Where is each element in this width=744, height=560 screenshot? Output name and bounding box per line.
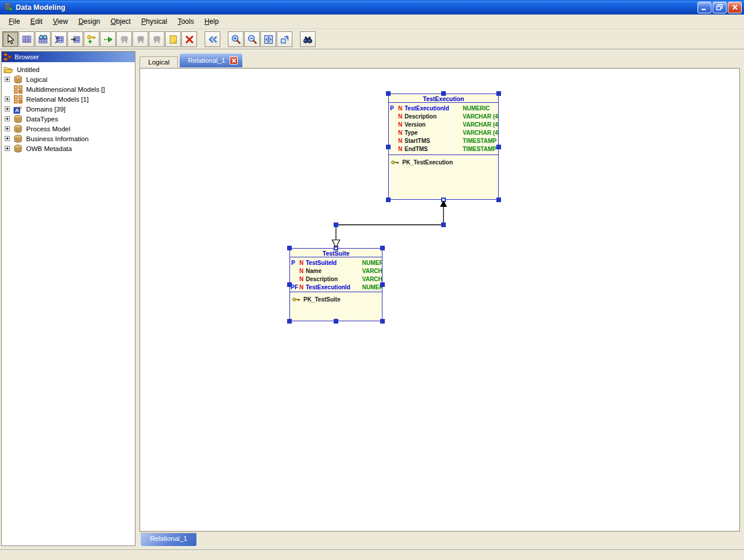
generate-table-button[interactable]: [51, 31, 67, 47]
menu-file[interactable]: File: [3, 16, 25, 27]
zoom-in-button[interactable]: [228, 31, 244, 47]
entity-column[interactable]: PF N TestExecutionId NUMER: [290, 283, 382, 292]
menu-view[interactable]: View: [48, 16, 73, 27]
selection-handle[interactable]: [386, 91, 391, 96]
selection-handle[interactable]: [287, 246, 292, 250]
entity-column[interactable]: P N TestExecutionId NUMERIC: [389, 105, 498, 113]
selection-handle[interactable]: [380, 282, 385, 287]
expand-icon[interactable]: [5, 77, 10, 82]
menu-tools[interactable]: Tools: [173, 16, 199, 27]
selection-handle[interactable]: [380, 319, 385, 324]
fit-view-button[interactable]: [260, 31, 276, 47]
relationship-line[interactable]: [336, 206, 443, 240]
expand-icon[interactable]: [5, 126, 10, 131]
expand-icon[interactable]: [5, 116, 10, 121]
collapse-button[interactable]: [205, 31, 220, 47]
tree-item-owb-metadata[interactable]: OWB Metadata: [2, 143, 135, 153]
restore-button[interactable]: [713, 2, 727, 13]
menu-object[interactable]: Object: [105, 16, 136, 27]
add-display-button[interactable]: [133, 31, 148, 47]
find-button[interactable]: [300, 31, 316, 47]
entity-keys-section: PK_TestSuite: [290, 292, 382, 321]
connector-handle[interactable]: [441, 222, 446, 227]
tree-item-domains[interactable]: A 9 Domains [39]: [2, 104, 135, 114]
display-button[interactable]: [116, 31, 132, 47]
diagram-canvas[interactable]: TestExecution P N TestExecutionId NUMERI…: [140, 68, 740, 532]
selection-handle[interactable]: [441, 91, 446, 96]
expand-icon[interactable]: [5, 106, 10, 112]
selection-handle[interactable]: [380, 246, 385, 250]
connector-handle[interactable]: [334, 222, 338, 227]
entity-column[interactable]: N Version VARCHAR (40: [389, 121, 498, 129]
find-icon: [302, 34, 313, 45]
models-grid-icon: [13, 85, 23, 94]
entity-column[interactable]: N Type VARCHAR (40: [389, 129, 498, 137]
tree-item-untitled[interactable]: Untitled: [2, 64, 135, 74]
selection-handle[interactable]: [496, 198, 501, 202]
model-icon: [13, 144, 23, 153]
selection-handle[interactable]: [496, 91, 501, 96]
entity-column[interactable]: N Description VARCHAR (40: [389, 113, 498, 121]
primary-key-row[interactable]: PK_TestExecution: [389, 155, 498, 164]
selection-handle[interactable]: [287, 282, 292, 287]
expand-icon[interactable]: [5, 136, 10, 141]
new-table-button[interactable]: [19, 31, 34, 47]
resize-view-button[interactable]: [277, 31, 292, 47]
select-pointer-button[interactable]: [2, 31, 18, 47]
tree-item-multidimensional-models[interactable]: Multidimensional Models []: [2, 84, 135, 94]
remove-display-button[interactable]: [149, 31, 164, 47]
entity-column[interactable]: P N TestSuiteId NUMER: [290, 259, 382, 267]
expand-icon[interactable]: [5, 146, 10, 151]
menu-bar: File Edit View Design Object Physical To…: [0, 15, 744, 29]
zoom-in-icon: [231, 34, 241, 45]
primary-key-row[interactable]: PK_TestSuite: [290, 292, 382, 301]
tree-item-business-information[interactable]: Business Information: [2, 134, 135, 143]
close-button[interactable]: [728, 2, 742, 13]
window-title: Data Modeling: [16, 3, 698, 12]
tree-item-logical[interactable]: Logical: [2, 74, 135, 84]
entity-column[interactable]: N Name VARCH: [290, 267, 382, 275]
tab-relational-1[interactable]: Relational_1: [179, 53, 243, 68]
foreign-key-icon: [87, 34, 97, 45]
selection-handle[interactable]: [334, 319, 338, 324]
browser-icon: [3, 53, 12, 61]
folder-open-icon: [3, 65, 13, 74]
entity-testsuite[interactable]: TestSuite P N TestSuiteId NUMER N Name: [289, 248, 382, 321]
close-tab-icon[interactable]: [230, 56, 238, 64]
selection-handle[interactable]: [386, 198, 391, 202]
tree-item-process-model[interactable]: Process Model: [2, 124, 135, 134]
menu-help[interactable]: Help: [199, 16, 224, 27]
entity-testexecution[interactable]: TestExecution P N TestExecutionId NUMERI…: [388, 94, 499, 200]
minimize-button[interactable]: [698, 2, 711, 13]
selection-handle[interactable]: [287, 319, 292, 324]
note-button[interactable]: [165, 31, 181, 47]
menu-physical[interactable]: Physical: [136, 16, 173, 27]
import-table-icon: [70, 34, 81, 45]
delete-button[interactable]: [181, 31, 197, 47]
entity-column[interactable]: N StartTMS TIMESTAMP: [389, 137, 498, 145]
menu-edit[interactable]: Edit: [25, 16, 48, 27]
entity-column[interactable]: N Description VARCH: [290, 275, 382, 283]
import-table-button[interactable]: [67, 31, 83, 47]
selection-handle[interactable]: [334, 246, 338, 250]
selection-handle[interactable]: [441, 198, 446, 202]
tree-item-datatypes[interactable]: DataTypes: [2, 114, 135, 124]
browser-panel-header[interactable]: Browser: [2, 52, 135, 62]
menu-design[interactable]: Design: [73, 16, 105, 27]
key-icon: [391, 160, 399, 165]
selection-handle[interactable]: [496, 145, 501, 149]
entity-keys-section: PK_TestExecution: [389, 155, 498, 199]
entity-column[interactable]: N EndTMS TIMESTAMP: [389, 145, 498, 153]
expand-icon[interactable]: [5, 96, 10, 102]
collapse-icon: [208, 34, 218, 45]
view-table-button[interactable]: [35, 31, 51, 47]
foreign-key-button[interactable]: [84, 31, 99, 47]
add-display-icon: [135, 34, 146, 45]
selection-handle[interactable]: [386, 145, 391, 149]
zoom-out-button[interactable]: [244, 31, 260, 47]
tree-item-relational-models[interactable]: Relational Models [1]: [2, 94, 135, 104]
subview-tabs: Relational_1: [140, 533, 197, 547]
dependency-button[interactable]: [100, 31, 116, 47]
tab-bottom-relational-1[interactable]: Relational_1: [140, 533, 197, 547]
tab-logical[interactable]: Logical: [140, 56, 178, 68]
